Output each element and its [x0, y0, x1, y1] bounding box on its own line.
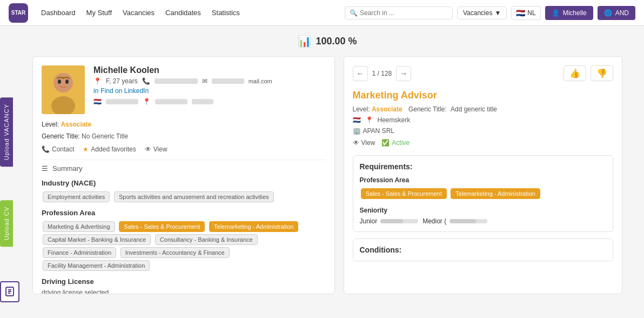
chevron-down-icon: ▼ — [494, 9, 501, 17]
nav-vacancies[interactable]: Vacancies — [123, 9, 155, 17]
candidate-header: Michelle Koolen 📍 F, 27 years 📞 ✉ mail.c… — [42, 65, 326, 114]
location-icon: 📍 — [93, 77, 102, 85]
user-button[interactable]: 👤 Michelle — [545, 6, 593, 20]
vacancies-dropdown[interactable]: Vacancies ▼ — [457, 6, 507, 19]
industry-tag-0: Employment activities — [43, 191, 110, 202]
vote-buttons: 👍 👎 — [564, 65, 613, 81]
job-city: Heemskerk — [378, 116, 411, 124]
search-input[interactable] — [360, 9, 448, 17]
upload-cv-tab[interactable]: Upload CV — [0, 200, 13, 247]
seniority-subtitle: Seniority — [360, 207, 607, 214]
avatar — [42, 65, 85, 114]
requirements-section: Requirements: Profession Area Sales - Sa… — [353, 155, 614, 232]
vacancy-nav-arrows: ← 1 / 128 → — [353, 66, 412, 81]
seniority-junior: Junior — [360, 217, 419, 225]
driving-license-value: driving license selected. — [42, 289, 326, 294]
conditions-section: Conditions: — [353, 239, 614, 261]
job-level-row: Level: Associate Generic Title: Add gene… — [353, 105, 614, 113]
list-icon: ☰ — [42, 164, 48, 173]
location-blurred — [155, 99, 187, 104]
job-generic-title: Add generic title — [451, 105, 497, 113]
location2-icon: 📍 — [143, 98, 151, 105]
email-domain: mail.com — [249, 78, 272, 84]
eye2-icon: 👁 — [353, 139, 359, 147]
generic-title-row: Generic Title: No Generic Title — [42, 132, 326, 140]
prof-tag-1: Sales - Sales & Procurement — [119, 221, 205, 232]
flag-nl-icon: 🇳🇱 — [93, 98, 102, 105]
vacancy-panel: ← 1 / 128 → 👍 👎 Marketing Advisor — [344, 56, 623, 294]
prof-tag-7: Facility Management - Administration — [43, 260, 150, 271]
phone2-icon: 📞 — [42, 145, 50, 153]
main-content: 📊 100.00 % — [11, 26, 644, 318]
industry-tags: Employment activities Sports activities … — [42, 190, 326, 203]
vacancy-nav-row: ← 1 / 128 → 👍 👎 — [353, 65, 614, 81]
requirements-title: Requirements: — [360, 162, 607, 171]
linkedin-link[interactable]: in Find on LinkedIn — [93, 87, 272, 95]
match-bar: 📊 100.00 % — [32, 35, 622, 48]
seniority-medior: Medior ( — [422, 217, 487, 225]
nav-mystuff[interactable]: My Stuff — [86, 9, 112, 17]
clipboard-icon[interactable] — [0, 281, 19, 302]
prof-tag-3: Capital Market - Banking & Insurance — [43, 234, 151, 245]
driving-license-section: Driving License driving license selected… — [42, 277, 326, 294]
conditions-title: Conditions: — [360, 246, 607, 254]
req-prof-tag-0: Sales - Sales & Procurement — [361, 188, 447, 199]
extra-blurred — [192, 99, 213, 104]
job-title: Marketing Advisor — [353, 90, 614, 101]
search-box: 🔍 — [345, 6, 453, 19]
req-profession-tags: Sales - Sales & Procurement Telemarketin… — [360, 187, 607, 200]
phone-icon: 📞 — [142, 77, 150, 85]
active-badge: ✅ Active — [381, 139, 410, 147]
seniority-medior-bar — [450, 219, 487, 223]
svg-point-9 — [65, 80, 69, 84]
candidate-gender-age: F, 27 years — [106, 77, 138, 85]
email-icon: ✉ — [202, 77, 207, 85]
match-percentage: 100.00 % — [316, 36, 357, 47]
address-blurred — [106, 99, 138, 104]
linkedin-icon: in — [93, 87, 98, 95]
vote-up-button[interactable]: 👍 — [564, 65, 586, 81]
nav-candidates[interactable]: Candidates — [165, 9, 201, 17]
prev-vacancy-button[interactable]: ← — [353, 66, 368, 81]
star-icon: ★ — [83, 145, 89, 153]
candidate-meta: 📍 F, 27 years 📞 ✉ mail.com — [93, 77, 272, 85]
job-view-link[interactable]: 👁 View — [353, 139, 375, 147]
nav-statistics[interactable]: Statistics — [212, 9, 240, 17]
job-location-row: 🇳🇱 📍 Heemskerk — [353, 116, 614, 124]
eye-icon: 👁 — [145, 145, 151, 153]
job-level-value: Associate — [372, 105, 403, 113]
and-button[interactable]: 🌐 AND — [598, 6, 635, 20]
check-icon: ✅ — [381, 139, 390, 147]
world-icon: 🌐 — [604, 9, 612, 17]
seniority-row: Junior Medior ( — [360, 217, 607, 225]
summary-divider: ☰ Summary — [42, 160, 326, 173]
profession-tags: Marketing & Advertising Sales - Sales & … — [42, 220, 326, 272]
svg-point-8 — [58, 80, 61, 84]
phone-blurred — [155, 78, 198, 84]
level-value: Associate — [61, 121, 91, 128]
candidate-info: Michelle Koolen 📍 F, 27 years 📞 ✉ mail.c… — [93, 65, 272, 114]
view-button[interactable]: 👁 View — [145, 145, 167, 153]
action-row: 📞 Contact ★ Added favorites 👁 View — [42, 145, 326, 153]
candidate-name: Michelle Koolen — [93, 65, 272, 75]
company-name: APAN SRL — [363, 127, 394, 135]
prof-tag-5: Finance - Administration — [43, 247, 116, 258]
nav-dashboard[interactable]: Dashboard — [41, 9, 76, 17]
industry-tag-1: Sports activities and amusement and recr… — [114, 191, 274, 202]
contact-button[interactable]: 📞 Contact — [42, 145, 74, 153]
favorites-button[interactable]: ★ Added favorites — [83, 145, 136, 153]
search-icon: 🔍 — [350, 9, 358, 17]
req-prof-tag-1: Telemarketing - Administration — [451, 188, 540, 199]
next-vacancy-button[interactable]: → — [396, 66, 411, 81]
upload-vacancy-tab[interactable]: Upload VACANCY — [0, 97, 13, 167]
profession-area-subtitle: Profession Area — [360, 176, 607, 184]
job-actions: 👁 View ✅ Active — [353, 139, 614, 147]
company-row: 🏢 APAN SRL — [353, 127, 614, 135]
language-button[interactable]: 🇳🇱 NL — [511, 6, 540, 20]
bar-chart-icon: 📊 — [298, 35, 311, 48]
driving-license-title: Driving License — [42, 277, 326, 286]
user-icon: 👤 — [552, 9, 560, 17]
prof-tag-4: Consultancy - Banking & Insurance — [155, 234, 258, 245]
flag-nl2-icon: 🇳🇱 — [353, 116, 361, 124]
vote-down-button[interactable]: 👎 — [591, 65, 613, 81]
